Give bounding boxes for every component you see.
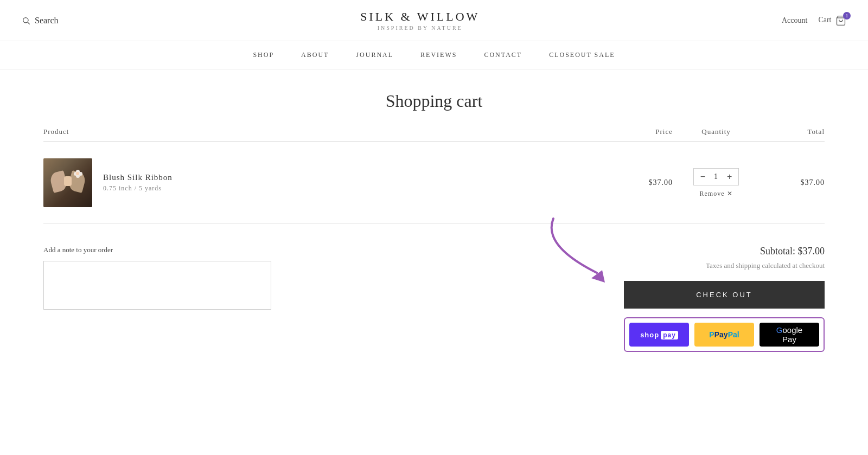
cart-label: Cart bbox=[818, 16, 831, 24]
main-navigation: SHOP ABOUT JOURNAL REVIEWS CONTACT CLOSE… bbox=[0, 41, 868, 69]
item-product-cell: Blush Silk Ribbon 0.75 inch / 5 yards bbox=[43, 158, 608, 207]
brand-tagline: INSPIRED BY NATURE bbox=[360, 25, 480, 31]
subtotal-value: $37.00 bbox=[798, 246, 825, 257]
shoppay-label: shoppay bbox=[640, 331, 678, 339]
cart-badge: 1 bbox=[843, 12, 851, 20]
remove-label: Remove bbox=[700, 190, 725, 198]
payment-options: shoppay PPayPal Google Pay bbox=[624, 317, 825, 352]
item-info: Blush Silk Ribbon 0.75 inch / 5 yards bbox=[103, 173, 173, 193]
svg-marker-3 bbox=[591, 270, 605, 283]
account-link[interactable]: Account bbox=[782, 16, 807, 25]
product-thumbnail bbox=[43, 158, 92, 207]
svg-line-1 bbox=[28, 22, 30, 24]
item-name: Blush Silk Ribbon bbox=[103, 173, 173, 182]
brand-name: SILK & WILLOW bbox=[360, 10, 480, 24]
subtotal-label: Subtotal: bbox=[760, 246, 795, 257]
nav-about[interactable]: ABOUT bbox=[301, 51, 329, 59]
subtotal-text: Subtotal: $37.00 bbox=[624, 246, 825, 257]
checkout-button[interactable]: CHECK OUT bbox=[624, 281, 825, 309]
nav-contact[interactable]: CONTACT bbox=[484, 51, 522, 59]
order-note-section: Add a note to your order bbox=[43, 246, 271, 312]
nav-shop[interactable]: SHOP bbox=[253, 51, 274, 59]
header-actions: Account Cart 1 bbox=[782, 15, 846, 26]
page-title: Shopping cart bbox=[0, 69, 868, 127]
table-row: Blush Silk Ribbon 0.75 inch / 5 yards $3… bbox=[43, 142, 825, 224]
order-note-input[interactable] bbox=[43, 261, 271, 310]
cart-bottom: Add a note to your order Subtotal: $37.0… bbox=[43, 224, 825, 384]
quantity-stepper[interactable]: − 1 + bbox=[693, 168, 739, 185]
item-quantity-cell: − 1 + Remove ✕ bbox=[673, 168, 760, 198]
col-header-product: Product bbox=[43, 127, 608, 136]
paypal-button[interactable]: PPayPal bbox=[694, 323, 754, 347]
search-label: Search bbox=[35, 16, 59, 25]
googlepay-label: Google Pay bbox=[768, 325, 810, 344]
nav-journal[interactable]: JOURNAL bbox=[356, 51, 393, 59]
site-header: Search SILK & WILLOW INSPIRED BY NATURE … bbox=[0, 0, 868, 41]
remove-icon: ✕ bbox=[727, 190, 733, 198]
cart-button[interactable]: Cart 1 bbox=[818, 15, 846, 26]
cart-container: Product Price Quantity Total bbox=[22, 127, 846, 384]
note-label: Add a note to your order bbox=[43, 246, 271, 254]
nav-reviews[interactable]: REVIEWS bbox=[420, 51, 457, 59]
item-price: $37.00 bbox=[608, 178, 673, 187]
arrow-annotation bbox=[537, 213, 624, 284]
col-header-price: Price bbox=[608, 127, 673, 136]
paypal-label: PPayPal bbox=[709, 330, 739, 339]
product-image bbox=[43, 158, 92, 207]
svg-point-0 bbox=[23, 17, 28, 22]
qty-increase-button[interactable]: + bbox=[727, 172, 732, 182]
search-button[interactable]: Search bbox=[22, 16, 59, 25]
cart-column-headers: Product Price Quantity Total bbox=[43, 127, 825, 142]
qty-value: 1 bbox=[714, 172, 718, 181]
col-header-quantity: Quantity bbox=[673, 127, 760, 136]
search-icon bbox=[22, 16, 30, 25]
remove-item-button[interactable]: Remove ✕ bbox=[700, 190, 733, 198]
googlepay-button[interactable]: Google Pay bbox=[760, 323, 819, 347]
col-header-total: Total bbox=[760, 127, 825, 136]
item-variant: 0.75 inch / 5 yards bbox=[103, 184, 173, 193]
brand-logo[interactable]: SILK & WILLOW INSPIRED BY NATURE bbox=[360, 10, 480, 31]
tax-note: Taxes and shipping calculated at checkou… bbox=[624, 261, 825, 270]
item-total: $37.00 bbox=[760, 178, 825, 187]
shoppay-button[interactable]: shoppay bbox=[629, 323, 689, 347]
nav-closeout[interactable]: CLOSEOUT SALE bbox=[549, 51, 615, 59]
qty-decrease-button[interactable]: − bbox=[700, 172, 705, 182]
checkout-section: Subtotal: $37.00 Taxes and shipping calc… bbox=[624, 246, 825, 352]
